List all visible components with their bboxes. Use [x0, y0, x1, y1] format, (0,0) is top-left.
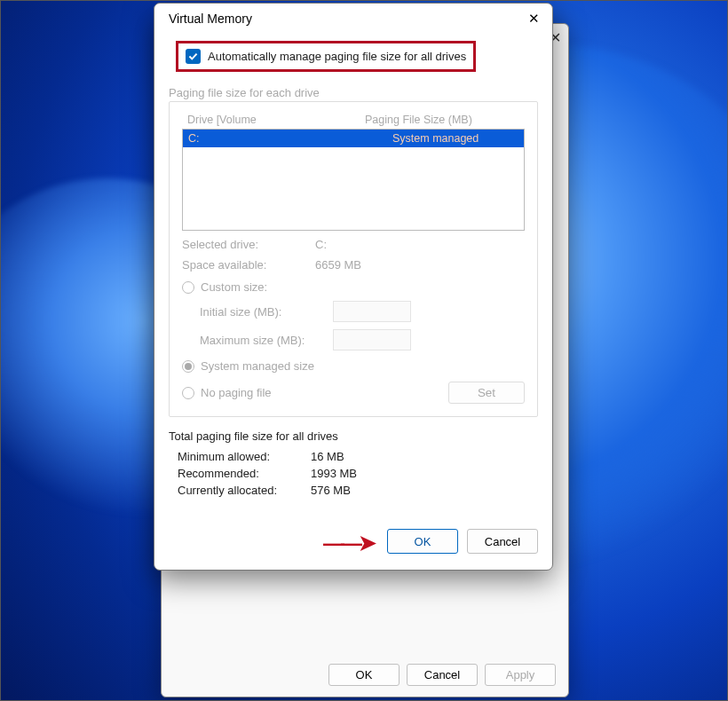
drive-row[interactable]: C: System managed	[183, 130, 524, 147]
space-label: Space available:	[182, 258, 315, 272]
drive-name: C:	[188, 132, 366, 145]
drive-size: System managed	[366, 132, 518, 145]
no-paging-radio	[182, 387, 194, 399]
max-size-label: Maximum size (MB):	[200, 334, 324, 347]
min-value: 16 MB	[311, 450, 344, 463]
no-paging-label: No paging file	[201, 386, 272, 399]
selected-drive-value: C:	[315, 238, 327, 251]
auto-manage-highlight: Automatically manage paging file size fo…	[176, 41, 476, 72]
system-managed-label: System managed size	[201, 359, 314, 373]
min-label: Minimum allowed:	[178, 450, 311, 463]
drive-section-title: Paging file size for each drive	[169, 86, 538, 99]
drive-list[interactable]: C: System managed	[182, 129, 525, 231]
parent-ok-button[interactable]: OK	[328, 664, 400, 686]
col-drive: Drive [Volume	[187, 114, 365, 126]
rec-label: Recommended:	[178, 467, 311, 480]
titlebar: Virtual Memory ✕	[154, 4, 552, 32]
auto-manage-checkbox[interactable]	[186, 49, 201, 64]
cur-label: Currently allocated:	[178, 484, 311, 497]
initial-size-input	[333, 301, 411, 322]
max-size-input	[333, 329, 411, 350]
cancel-button[interactable]: Cancel	[467, 529, 538, 554]
drive-group: Drive [Volume Paging File Size (MB) C: S…	[169, 101, 538, 417]
totals-title: Total paging file size for all drives	[169, 429, 538, 443]
set-button: Set	[448, 382, 525, 404]
custom-size-label: Custom size:	[201, 280, 267, 294]
col-size: Paging File Size (MB)	[365, 114, 472, 126]
initial-size-label: Initial size (MB):	[200, 305, 324, 319]
cur-value: 576 MB	[311, 484, 351, 497]
ok-button[interactable]: OK	[387, 529, 458, 554]
system-managed-radio	[182, 360, 194, 373]
close-icon[interactable]: ✕	[526, 11, 542, 27]
dialog-title: Virtual Memory	[169, 12, 252, 26]
auto-manage-label: Automatically manage paging file size fo…	[208, 50, 466, 63]
custom-size-radio	[182, 281, 194, 294]
arrow-icon: ――➤	[323, 531, 373, 555]
parent-cancel-button[interactable]: Cancel	[407, 664, 478, 686]
space-value: 6659 MB	[315, 258, 361, 272]
rec-value: 1993 MB	[311, 467, 357, 480]
virtual-memory-dialog: Virtual Memory ✕ Automatically manage pa…	[154, 3, 553, 571]
selected-drive-label: Selected drive:	[182, 238, 315, 251]
parent-apply-button: Apply	[485, 664, 556, 686]
totals-section: Total paging file size for all drives Mi…	[169, 429, 538, 497]
